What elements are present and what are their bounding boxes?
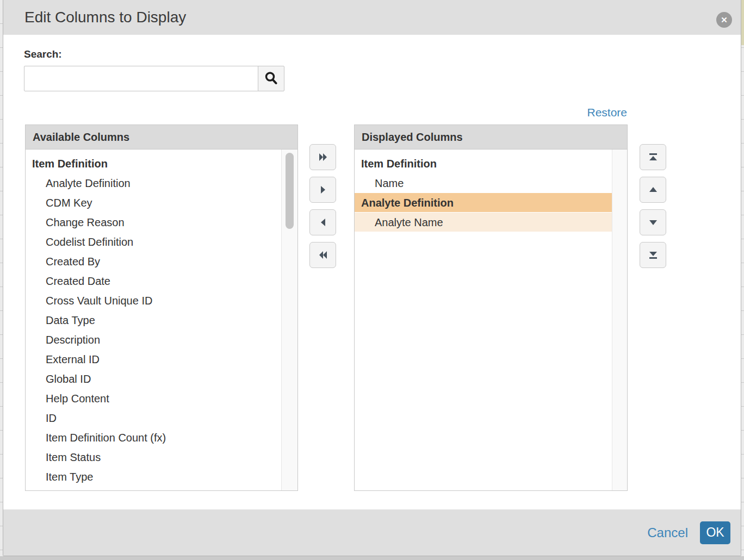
column-item-label: Item Status (46, 451, 101, 463)
triangle-up-icon (648, 186, 658, 194)
available-column-item[interactable]: Data Type (26, 310, 281, 330)
search-button[interactable] (258, 66, 284, 91)
column-item-label: Name (375, 177, 404, 189)
displayed-scrollbar-track[interactable] (612, 150, 627, 490)
move-all-left-button[interactable] (309, 242, 336, 268)
column-item-label: Help Content (46, 393, 109, 405)
restore-link[interactable]: Restore (587, 106, 627, 119)
cancel-button[interactable]: Cancel (647, 525, 688, 540)
displayed-columns-title: Displayed Columns (355, 125, 627, 150)
column-item-label: Analyte Name (375, 216, 443, 228)
triangle-down-icon (648, 219, 658, 226)
move-all-right-button[interactable] (309, 144, 336, 170)
available-column-item[interactable]: External ID (26, 350, 281, 369)
search-icon (264, 71, 278, 87)
displayed-columns-panel: Displayed Columns Item DefinitionNameAna… (354, 125, 628, 491)
available-column-item[interactable]: CDM Key (26, 193, 281, 213)
displayed-column-item[interactable]: Item Definition (355, 154, 612, 173)
available-scrollbar-track[interactable] (281, 150, 297, 490)
column-item-label: Item Definition (361, 158, 437, 170)
dialog-header: Edit Columns to Display ✕ (3, 0, 741, 35)
ok-button[interactable]: OK (700, 521, 730, 544)
column-item-label: Description (46, 334, 100, 346)
column-item-label: Analyte Definition (361, 197, 454, 209)
displayed-column-item[interactable]: Name (355, 173, 612, 193)
double-triangle-right-icon (318, 152, 328, 162)
edit-columns-dialog: Edit Columns to Display ✕ Search: Restor… (3, 0, 741, 556)
column-item-label: Codelist Definition (46, 236, 133, 248)
close-icon: ✕ (721, 16, 728, 24)
available-column-item[interactable]: Description (26, 330, 281, 350)
move-left-button[interactable] (309, 209, 336, 235)
available-columns-panel: Available Columns Item DefinitionAnalyte… (25, 125, 298, 491)
available-columns-list: Item DefinitionAnalyte DefinitionCDM Key… (26, 150, 297, 490)
column-item-label: Created Date (46, 275, 110, 287)
dialog-title: Edit Columns to Display (24, 0, 186, 35)
search-input[interactable] (24, 66, 258, 91)
column-item-label: Cross Vault Unique ID (46, 295, 152, 307)
column-item-label: Item Type (46, 471, 93, 483)
available-column-item[interactable]: Codelist Definition (26, 232, 281, 252)
column-item-label: Change Reason (46, 216, 125, 228)
available-column-item[interactable]: Created Date (26, 271, 281, 291)
close-button[interactable]: ✕ (716, 12, 732, 28)
available-column-item[interactable]: Cross Vault Unique ID (26, 291, 281, 310)
column-item-label: ID (46, 412, 57, 424)
displayed-column-item[interactable]: Analyte Definition (355, 193, 612, 213)
available-column-item[interactable]: Help Content (26, 389, 281, 408)
available-column-item[interactable]: Created By (26, 252, 281, 271)
move-to-bottom-button[interactable] (640, 242, 666, 268)
column-item-label: CDM Key (46, 197, 92, 209)
column-item-label: Analyte Definition (46, 177, 131, 189)
available-columns-title: Available Columns (26, 125, 297, 150)
column-item-label: Data Type (46, 314, 95, 326)
displayed-column-item[interactable]: Analyte Name (355, 213, 612, 232)
displayed-columns-list: Item DefinitionNameAnalyte DefinitionAna… (355, 150, 627, 490)
available-column-item[interactable]: Global ID (26, 369, 281, 389)
dialog-footer: Cancel OK (3, 509, 741, 556)
triangle-down-with-bar-icon (648, 250, 659, 260)
triangle-left-icon (319, 217, 327, 227)
column-item-label: Global ID (46, 373, 91, 385)
available-column-item[interactable]: Change Reason (26, 213, 281, 232)
background-bottom-strip (0, 556, 744, 560)
column-item-label: Created By (46, 256, 100, 267)
search-field-group (24, 66, 284, 91)
double-triangle-left-icon (318, 250, 328, 260)
move-up-button[interactable] (640, 177, 666, 203)
column-item-label: External ID (46, 353, 100, 365)
available-column-item[interactable]: Item Status (26, 447, 281, 467)
available-column-item[interactable]: Item Definition Count (fx) (26, 428, 281, 447)
available-column-item[interactable]: Analyte Definition (26, 173, 281, 193)
search-label: Search: (24, 48, 62, 60)
move-down-button[interactable] (640, 209, 666, 235)
available-column-item[interactable]: Item Definition (26, 154, 281, 173)
available-scrollbar-thumb[interactable] (286, 153, 294, 229)
column-item-label: Item Definition Count (fx) (46, 432, 166, 444)
move-right-button[interactable] (309, 177, 336, 203)
triangle-right-icon (319, 185, 327, 195)
available-column-item[interactable]: ID (26, 408, 281, 428)
column-item-label: Item Definition (32, 158, 108, 170)
move-to-top-button[interactable] (640, 144, 666, 170)
triangle-up-with-bar-icon (648, 152, 659, 162)
available-column-item[interactable]: Item Type (26, 467, 281, 487)
